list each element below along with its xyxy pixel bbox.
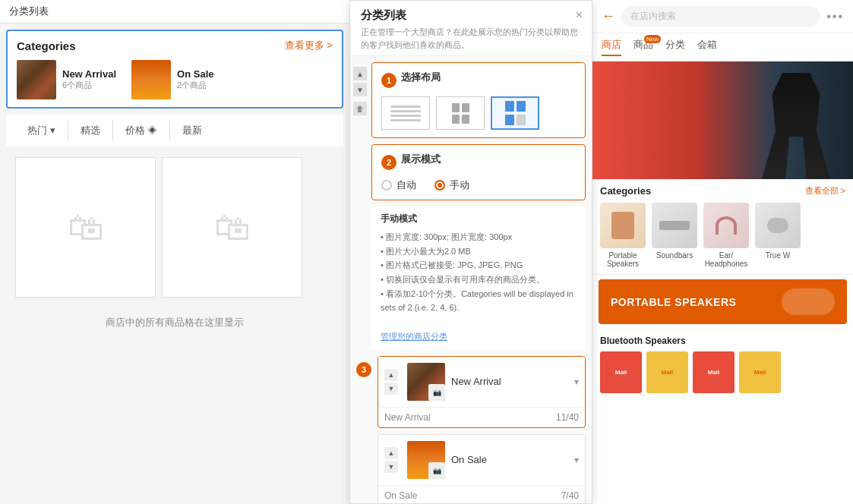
display-mode-section: 2 展示模式 自动 手动 <box>371 144 586 200</box>
see-all-link[interactable]: 查看全部 > <box>805 185 845 197</box>
layout-list[interactable] <box>381 96 430 130</box>
cat2-sub-name: On Sale <box>384 490 417 501</box>
cat1-move-down[interactable]: ▼ <box>384 383 398 395</box>
modal-description: 正在管理一个大型商店？在此处展示您的热门分类以帮助您的客户找到他们喜欢的商品。 <box>361 26 581 51</box>
modal-header: 分类列表 正在管理一个大型商店？在此处展示您的热门分类以帮助您的客户找到他们喜欢… <box>350 1 592 56</box>
left-panel: 分类列表 Categories 查看更多 > New Arrival 6个商品 <box>0 0 349 504</box>
layout-grid-2col[interactable] <box>436 96 485 130</box>
category-row-1-top: ▲ ▼ 📷 New Arrival ▾ <box>378 357 585 407</box>
categories-box: Categories 查看更多 > New Arrival 6个商品 On Sa… <box>6 30 343 109</box>
filter-selected[interactable]: 精选 <box>68 121 113 140</box>
cat1-arrow: ▾ <box>574 376 579 387</box>
bluetooth-products: Mall Mall Mall Mall <box>600 351 845 393</box>
cat-grid-item-soundbar[interactable]: Soundbars <box>652 203 697 268</box>
products-area: 🛍 🛍 商店中的所有商品格在这里显示 <box>6 151 343 348</box>
filter-hot[interactable]: 热门 ▾ <box>15 121 68 140</box>
cat-grid-true-img <box>755 203 801 248</box>
cat2-count: 7/40 <box>561 490 579 501</box>
nav-delete-btn[interactable]: 🗑 <box>353 102 367 115</box>
cat-grid-item-speaker[interactable]: PortableSpeakers <box>600 203 646 268</box>
portable-banner: PORTABLE SPEAKERS <box>599 279 847 324</box>
shopify-icon-2: 🛍 <box>214 206 251 248</box>
layout-label: 选择布局 <box>401 71 441 84</box>
layout-scroll-row1 <box>505 101 526 112</box>
cat-grid-soundbar-img <box>652 203 697 248</box>
modal-close-button[interactable]: × <box>576 8 583 22</box>
cat1-upload-btn[interactable]: 📷 <box>428 384 445 401</box>
view-more-link[interactable]: 查看更多 > <box>285 39 333 52</box>
display-mode-header: 2 展示模式 <box>381 153 576 172</box>
category-item-new-arrival[interactable]: New Arrival 6个商品 <box>17 60 116 99</box>
cat-grid-item-true[interactable]: True W <box>755 203 801 268</box>
manual-point-3: • 图片格式已被接受: JPG, JPEG, PNG <box>381 258 577 272</box>
category-row-2-top: ▲ ▼ 📷 On Sale ▾ <box>378 435 585 485</box>
cat-grid-soundbar-label: Soundbars <box>656 251 693 260</box>
cat2-bottom: On Sale 7/40 <box>378 485 585 505</box>
cat1-move-up[interactable]: ▲ <box>384 369 398 381</box>
filter-bar: 热门 ▾ 精选 价格 ◈ 最新 <box>6 115 343 146</box>
category-item-row: New Arrival 6个商品 <box>17 60 116 99</box>
radio-manual[interactable]: 手动 <box>434 178 469 192</box>
grid-cell-4 <box>462 115 469 124</box>
bt-product-4: Mall <box>739 351 781 393</box>
back-arrow-icon[interactable]: ← <box>602 8 615 24</box>
cat1-controls: ▲ ▼ <box>384 369 398 395</box>
phone-tabs: 商店 商品 New 分类 会箱 <box>592 33 853 61</box>
scroll-cell-4 <box>517 115 526 125</box>
tab-cart[interactable]: 会箱 <box>697 38 717 56</box>
cat-grid-speaker-label: PortableSpeakers <box>607 251 639 268</box>
layout-scroll-icon <box>505 101 526 125</box>
layout-lines-icon <box>390 106 421 121</box>
manual-point-5: • 看添加2-10个分类。Categories will be displaye… <box>381 287 577 315</box>
layout-line-1 <box>390 106 421 108</box>
category-count: 6个商品 <box>62 80 116 91</box>
phone-search-bar[interactable]: 在店内搜索 <box>621 6 820 27</box>
banner-text: PORTABLE SPEAKERS <box>611 296 736 308</box>
tab-products[interactable]: 商品 New <box>633 38 653 56</box>
cat-grid-headphone-label: Ear/Headphones <box>705 251 748 268</box>
radio-auto[interactable]: 自动 <box>381 178 416 192</box>
grid-cell-3 <box>452 115 460 124</box>
bt-product-1-badge: Mall <box>615 369 627 376</box>
categories-header: Categories 查看更多 > <box>17 39 333 52</box>
cat1-bottom: New Arrival 11/40 <box>378 407 585 427</box>
cat-grid-item-headphone[interactable]: Ear/Headphones <box>703 203 749 268</box>
category-row-1: ▲ ▼ 📷 New Arrival ▾ New Arrival 11/40 <box>378 356 586 428</box>
scroll-cell-3 <box>505 115 514 125</box>
layout-scroll-row2 <box>505 115 526 125</box>
scroll-cell-1 <box>505 101 514 112</box>
cat2-upload-btn[interactable]: 📷 <box>428 462 445 479</box>
phone-categories-title: Categories <box>600 185 651 197</box>
manual-mode-points: • 图片宽度: 300px; 图片宽度: 300px • 图片大小最大为2.0 … <box>381 230 577 344</box>
step3-badge: 3 <box>356 362 371 377</box>
bluetooth-section: Bluetooth Speakers Mall Mall Mall Mall <box>592 329 853 393</box>
right-panel: ← 在店内搜索 ••• 商店 商品 New 分类 会箱 <box>592 0 853 504</box>
scroll-cell-2 <box>517 101 526 112</box>
bt-product-2-badge: Mall <box>662 369 674 376</box>
tab-shop[interactable]: 商店 <box>602 38 621 56</box>
layout-options <box>381 96 576 130</box>
modal-panel: 分类列表 正在管理一个大型商店？在此处展示您的热门分类以帮助您的客户找到他们喜欢… <box>349 0 592 504</box>
radio-auto-label: 自动 <box>396 178 416 192</box>
nav-arrow-down[interactable]: ▼ <box>353 83 367 96</box>
cat1-img-container: 📷 <box>407 363 445 401</box>
category-row-2: ▲ ▼ 📷 On Sale ▾ On Sale 7/40 <box>378 434 586 505</box>
shopify-icon-1: 🛍 <box>68 206 104 248</box>
category-item-info-2: On Sale 2个商品 <box>177 68 213 91</box>
cat2-move-up[interactable]: ▲ <box>384 447 398 459</box>
nav-arrow-up[interactable]: ▲ <box>353 67 367 80</box>
horse-image <box>17 60 56 99</box>
manual-manage-link[interactable]: 管理您的商店分类 <box>381 332 447 341</box>
category-item-on-sale[interactable]: On Sale 2个商品 <box>131 60 213 99</box>
cat2-move-down[interactable]: ▼ <box>384 461 398 473</box>
phone-dots-menu[interactable]: ••• <box>826 10 844 24</box>
step2-badge: 2 <box>381 155 396 170</box>
layout-grid-2col-scroll[interactable] <box>491 96 539 130</box>
modal-title: 分类列表 <box>361 8 581 23</box>
layout-section: 1 选择布局 <box>371 62 586 138</box>
tab-categories-label: 分类 <box>665 39 685 50</box>
tab-categories[interactable]: 分类 <box>665 38 685 56</box>
empty-products-text: 商店中的所有商品格在这里显示 <box>15 304 334 342</box>
filter-price[interactable]: 价格 ◈ <box>113 121 171 140</box>
filter-new[interactable]: 最新 <box>170 121 214 140</box>
